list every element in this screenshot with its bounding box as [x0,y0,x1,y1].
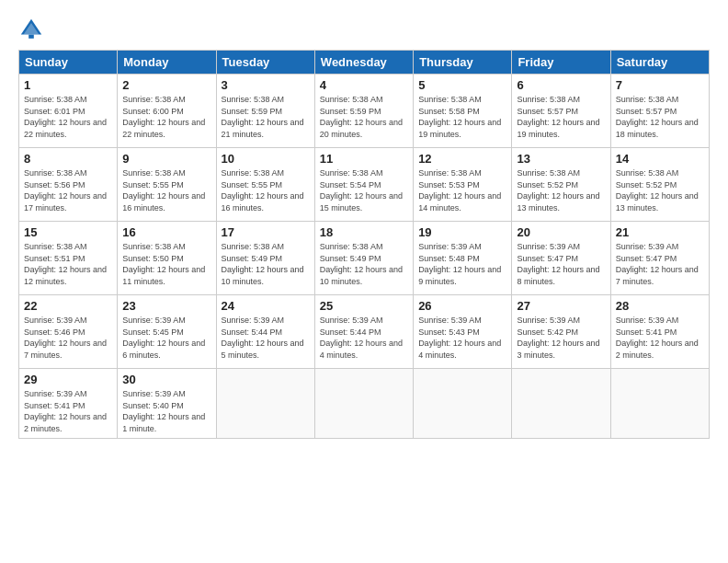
day-number: 23 [122,299,210,313]
day-info: Sunrise: 5:39 AMSunset: 5:43 PMDaylight:… [418,315,506,361]
calendar-page: SundayMondayTuesdayWednesdayThursdayFrid… [0,0,728,563]
day-number: 17 [222,225,310,239]
day-info: Sunrise: 5:39 AMSunset: 5:44 PMDaylight:… [222,315,310,361]
day-number: 30 [122,373,210,386]
day-cell-3: 3Sunrise: 5:38 AMSunset: 5:59 PMDaylight… [216,75,314,148]
day-cell-30: 30Sunrise: 5:39 AMSunset: 5:40 PMDayligh… [118,369,216,439]
weekday-header-wednesday: Wednesday [314,51,413,75]
day-number: 18 [320,225,408,239]
empty-cell [512,369,610,439]
day-info: Sunrise: 5:38 AMSunset: 5:57 PMDaylight:… [616,94,704,140]
day-cell-10: 10Sunrise: 5:38 AMSunset: 5:55 PMDayligh… [216,148,314,222]
day-cell-5: 5Sunrise: 5:38 AMSunset: 5:58 PMDaylight… [414,75,512,148]
weekday-header-thursday: Thursday [414,51,512,75]
day-info: Sunrise: 5:39 AMSunset: 5:47 PMDaylight:… [616,241,704,287]
day-info: Sunrise: 5:38 AMSunset: 5:49 PMDaylight:… [222,241,310,287]
day-number: 10 [222,152,310,166]
empty-cell [414,369,512,439]
day-info: Sunrise: 5:38 AMSunset: 5:54 PMDaylight:… [320,167,408,213]
weekday-header-tuesday: Tuesday [216,51,314,75]
day-number: 15 [24,225,112,239]
day-cell-28: 28Sunrise: 5:39 AMSunset: 5:41 PMDayligh… [610,295,709,369]
day-number: 13 [517,152,605,166]
day-number: 26 [418,299,506,313]
day-number: 6 [517,78,605,92]
day-info: Sunrise: 5:38 AMSunset: 5:52 PMDaylight:… [616,167,704,213]
day-info: Sunrise: 5:39 AMSunset: 5:44 PMDaylight:… [320,315,408,361]
week-row-1: 1Sunrise: 5:38 AMSunset: 6:01 PMDaylight… [19,75,710,148]
day-info: Sunrise: 5:38 AMSunset: 5:56 PMDaylight:… [24,167,112,213]
empty-cell [610,369,709,439]
day-info: Sunrise: 5:38 AMSunset: 5:49 PMDaylight:… [320,241,408,287]
day-info: Sunrise: 5:38 AMSunset: 5:59 PMDaylight:… [320,94,408,140]
day-info: Sunrise: 5:38 AMSunset: 5:59 PMDaylight:… [222,94,310,140]
day-info: Sunrise: 5:39 AMSunset: 5:41 PMDaylight:… [616,315,704,361]
weekday-header-friday: Friday [512,51,610,75]
day-info: Sunrise: 5:38 AMSunset: 5:51 PMDaylight:… [24,241,112,287]
day-cell-1: 1Sunrise: 5:38 AMSunset: 6:01 PMDaylight… [19,75,118,148]
day-number: 22 [24,299,112,313]
day-cell-26: 26Sunrise: 5:39 AMSunset: 5:43 PMDayligh… [414,295,512,369]
day-info: Sunrise: 5:38 AMSunset: 5:58 PMDaylight:… [418,94,506,140]
day-number: 12 [418,152,506,166]
day-cell-24: 24Sunrise: 5:39 AMSunset: 5:44 PMDayligh… [216,295,314,369]
day-number: 27 [517,299,605,313]
logo [18,17,48,42]
header [18,17,710,42]
week-row-2: 8Sunrise: 5:38 AMSunset: 5:56 PMDaylight… [19,148,710,222]
day-cell-8: 8Sunrise: 5:38 AMSunset: 5:56 PMDaylight… [19,148,118,222]
logo-icon [18,17,44,42]
day-cell-27: 27Sunrise: 5:39 AMSunset: 5:42 PMDayligh… [512,295,610,369]
day-number: 2 [122,78,210,92]
svg-rect-2 [28,35,34,39]
day-number: 28 [616,299,704,313]
weekday-header-sunday: Sunday [19,51,118,75]
day-info: Sunrise: 5:38 AMSunset: 5:52 PMDaylight:… [517,167,605,213]
day-cell-22: 22Sunrise: 5:39 AMSunset: 5:46 PMDayligh… [19,295,118,369]
day-number: 9 [122,152,210,166]
day-cell-4: 4Sunrise: 5:38 AMSunset: 5:59 PMDaylight… [314,75,413,148]
day-cell-25: 25Sunrise: 5:39 AMSunset: 5:44 PMDayligh… [314,295,413,369]
day-info: Sunrise: 5:38 AMSunset: 5:55 PMDaylight:… [122,167,210,213]
day-cell-6: 6Sunrise: 5:38 AMSunset: 5:57 PMDaylight… [512,75,610,148]
day-number: 4 [320,78,408,92]
day-number: 24 [222,299,310,313]
day-cell-12: 12Sunrise: 5:38 AMSunset: 5:53 PMDayligh… [414,148,512,222]
day-cell-18: 18Sunrise: 5:38 AMSunset: 5:49 PMDayligh… [314,222,413,295]
day-cell-2: 2Sunrise: 5:38 AMSunset: 6:00 PMDaylight… [118,75,216,148]
day-info: Sunrise: 5:39 AMSunset: 5:45 PMDaylight:… [122,315,210,361]
day-cell-21: 21Sunrise: 5:39 AMSunset: 5:47 PMDayligh… [610,222,709,295]
weekday-header-monday: Monday [118,51,216,75]
day-number: 19 [418,225,506,239]
weekday-header-saturday: Saturday [610,51,709,75]
day-info: Sunrise: 5:39 AMSunset: 5:42 PMDaylight:… [517,315,605,361]
day-cell-9: 9Sunrise: 5:38 AMSunset: 5:55 PMDaylight… [118,148,216,222]
day-cell-15: 15Sunrise: 5:38 AMSunset: 5:51 PMDayligh… [19,222,118,295]
day-cell-13: 13Sunrise: 5:38 AMSunset: 5:52 PMDayligh… [512,148,610,222]
day-info: Sunrise: 5:39 AMSunset: 5:40 PMDaylight:… [122,388,210,434]
day-number: 7 [616,78,704,92]
day-info: Sunrise: 5:38 AMSunset: 5:57 PMDaylight:… [517,94,605,140]
week-row-5: 29Sunrise: 5:39 AMSunset: 5:41 PMDayligh… [19,369,710,439]
day-cell-29: 29Sunrise: 5:39 AMSunset: 5:41 PMDayligh… [19,369,118,439]
day-info: Sunrise: 5:38 AMSunset: 6:01 PMDaylight:… [24,94,112,140]
day-cell-23: 23Sunrise: 5:39 AMSunset: 5:45 PMDayligh… [118,295,216,369]
day-cell-17: 17Sunrise: 5:38 AMSunset: 5:49 PMDayligh… [216,222,314,295]
day-number: 25 [320,299,408,313]
week-row-4: 22Sunrise: 5:39 AMSunset: 5:46 PMDayligh… [19,295,710,369]
day-info: Sunrise: 5:38 AMSunset: 5:55 PMDaylight:… [222,167,310,213]
day-number: 14 [616,152,704,166]
day-info: Sunrise: 5:39 AMSunset: 5:47 PMDaylight:… [517,241,605,287]
day-number: 8 [24,152,112,166]
day-info: Sunrise: 5:38 AMSunset: 6:00 PMDaylight:… [122,94,210,140]
week-row-3: 15Sunrise: 5:38 AMSunset: 5:51 PMDayligh… [19,222,710,295]
day-number: 20 [517,225,605,239]
day-info: Sunrise: 5:39 AMSunset: 5:48 PMDaylight:… [418,241,506,287]
day-number: 16 [122,225,210,239]
day-info: Sunrise: 5:38 AMSunset: 5:50 PMDaylight:… [122,241,210,287]
calendar-table: SundayMondayTuesdayWednesdayThursdayFrid… [18,50,710,439]
day-info: Sunrise: 5:39 AMSunset: 5:41 PMDaylight:… [24,388,112,434]
weekday-header-row: SundayMondayTuesdayWednesdayThursdayFrid… [19,51,710,75]
day-cell-19: 19Sunrise: 5:39 AMSunset: 5:48 PMDayligh… [414,222,512,295]
empty-cell [314,369,413,439]
